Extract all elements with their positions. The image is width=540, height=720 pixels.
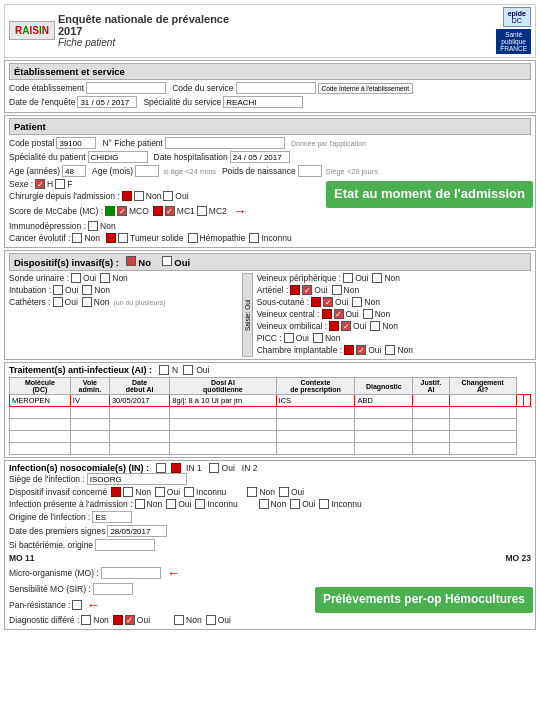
diag-non-checkbox[interactable] [81,615,91,625]
pan-checkbox[interactable] [72,600,82,610]
sonde-non-checkbox[interactable] [100,273,110,283]
vo-non-checkbox[interactable] [370,321,380,331]
origine-field[interactable]: ES [92,511,132,523]
disp-inconnu-checkbox[interactable] [184,487,194,497]
immuno-non-checkbox[interactable] [88,221,98,231]
picc-oui-checkbox[interactable] [284,333,294,343]
traitements-section: Traitement(s) anti-infectieux (AI) : N O… [4,362,536,458]
vo-indicator [329,321,339,331]
pan-resistance-label: Pan-résistance : [9,600,70,610]
date-signes-row: Date des premiers signes 28/05/2017 [9,525,531,537]
diag2-oui-checkbox[interactable] [206,615,216,625]
vp-oui-checkbox[interactable] [343,273,353,283]
intubation-oui-checkbox[interactable] [53,285,63,295]
n-fiche-field[interactable] [165,137,285,149]
disp2-non-checkbox[interactable] [247,487,257,497]
ip-non-checkbox[interactable] [135,499,145,509]
picc-row: PICC : Oui Non [257,333,531,343]
ai-oui-checkbox[interactable] [183,365,193,375]
vp-non-checkbox[interactable] [372,273,382,283]
disp-non-checkbox[interactable] [123,487,133,497]
ip-oui-checkbox[interactable] [166,499,176,509]
mo11-label: MO 11 [9,553,35,563]
etab-row2: Date de l'enquête 31 / 05 / 2017 Spécial… [9,96,531,108]
date-hospit-field[interactable]: 24 / 05 / 2017 [230,151,290,163]
cancer-inconnu-checkbox[interactable] [249,233,259,243]
disp2-oui-checkbox[interactable] [279,487,289,497]
intubation-row: Intubation : Oui Non [9,285,238,295]
dispositifs-header: Dispositif(s) invasif(s) : No Oui [9,253,531,271]
art-oui-checkbox[interactable]: ✓ [302,285,312,295]
age-mois-field[interactable] [135,165,159,177]
specialite-field[interactable]: REACHI [223,96,303,108]
ip2-non-checkbox[interactable] [259,499,269,509]
sexe-h-label: H [47,179,53,189]
micro-field[interactable] [101,567,161,579]
sexe-f-checkbox[interactable] [55,179,65,189]
code-etab-field[interactable] [86,82,166,94]
ai-non-checkbox[interactable] [159,365,169,375]
vo-oui-checkbox[interactable]: ✓ [341,321,351,331]
sexe-h-checkbox[interactable]: ✓ [35,179,45,189]
chirurgie-non-checkbox[interactable] [134,191,144,201]
in-non-checkbox[interactable] [156,463,166,473]
specialite-patient-field[interactable]: CHIDIG [88,151,148,163]
catheters-non-checkbox[interactable] [82,297,92,307]
etablissement-header: Établissement et service [9,63,531,80]
diag-oui-checkbox[interactable]: ✓ [125,615,135,625]
mc1-checkbox[interactable]: ✓ [165,206,175,216]
siege-field[interactable]: ISOORG [87,473,187,485]
traitements-header: Traitement(s) anti-infectieux (AI) : [9,365,152,375]
cancer-hemato-checkbox[interactable] [188,233,198,243]
col-diagnostic: Diagnostic [355,378,413,395]
disp-oui-checkbox[interactable] [155,487,165,497]
mc1-label: MC1 [177,206,195,216]
catheters-row: Cathéters : Oui Non (un ou plusieurs) [9,297,238,307]
veineux-ombilical-label: Veineux ombilical : [257,321,327,331]
ci-non-checkbox[interactable] [385,345,395,355]
sensibilite-field[interactable] [93,583,133,595]
ip2-inconnu2-checkbox[interactable] [319,499,329,509]
art-non-checkbox[interactable] [332,285,342,295]
intubation-non-checkbox[interactable] [82,285,92,295]
sc-indicator [311,297,321,307]
traitements-header-row: Traitement(s) anti-infectieux (AI) : N O… [9,365,531,375]
donnee-label: Donnée par l'application [291,140,366,147]
ip2-oui-checkbox[interactable] [290,499,300,509]
veineux-periph-row: Veineux périphérique : Oui Non [257,273,531,283]
mco-checkbox[interactable]: ✓ [117,206,127,216]
date-enquete-field[interactable]: 31 / 05 / 2017 [77,96,137,108]
chirurgie-label: Chirurgie depuis l'admission : [9,191,120,201]
catheters-note: (un ou plusieurs) [113,299,165,306]
ci-oui-checkbox[interactable]: ✓ [356,345,366,355]
cancer-non-checkbox[interactable] [72,233,82,243]
cancer-hemato-label: Hémopathie [200,233,246,243]
age-annees-field[interactable]: 48 [62,165,86,177]
header-left: RAISIN Enquête nationale de prévalence 2… [5,5,535,57]
mc2-checkbox[interactable] [197,206,207,216]
vc-non-checkbox[interactable] [363,309,373,319]
sc-non-checkbox[interactable] [352,297,362,307]
vc-oui-checkbox[interactable]: ✓ [334,309,344,319]
diag-indicator [113,615,123,625]
chirurgie-oui-checkbox[interactable] [163,191,173,201]
bacteriemie-field[interactable] [95,539,155,551]
diag2-non-checkbox[interactable] [174,615,184,625]
picc-non-checkbox[interactable] [313,333,323,343]
code-service-field[interactable] [236,82,316,94]
sous-cutane-label: Sous-cutané : [257,297,309,307]
in-oui-checkbox[interactable] [209,463,219,473]
sonde-oui-checkbox[interactable] [71,273,81,283]
dispositifs-no-checkbox[interactable] [126,256,136,266]
dispositifs-oui-checkbox[interactable] [162,256,172,266]
intubation-label: Intubation : [9,285,51,295]
code-postal-field[interactable]: 39100 [56,137,96,149]
cancer-inconnu-label: Inconnu [261,233,291,243]
sc-oui-checkbox[interactable]: ✓ [323,297,333,307]
poids-field[interactable] [298,165,322,177]
catheters-oui-checkbox[interactable] [53,297,63,307]
date-enquete-label: Date de l'enquête [9,97,75,107]
cancer-tumeur-checkbox[interactable] [118,233,128,243]
ip-inconnu-checkbox[interactable] [195,499,205,509]
date-signes-field[interactable]: 28/05/2017 [107,525,167,537]
